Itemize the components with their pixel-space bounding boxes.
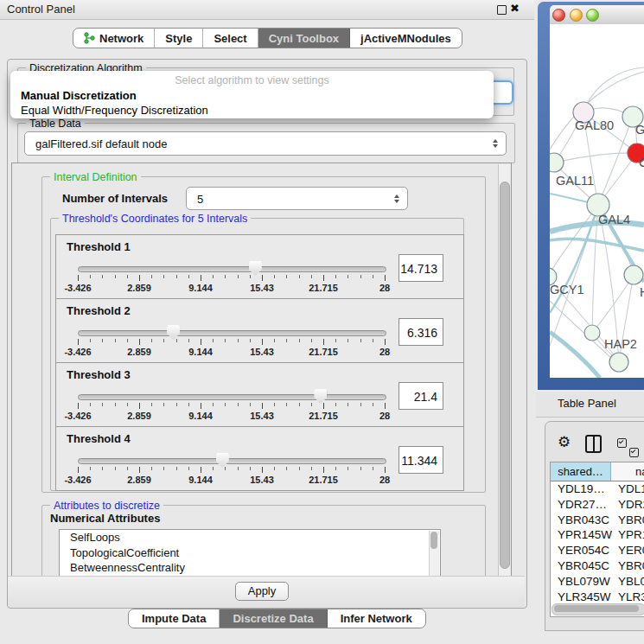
slider-track[interactable] bbox=[78, 394, 386, 400]
cell-name[interactable]: YBR0 bbox=[618, 558, 644, 574]
zoom-traffic-light-icon[interactable] bbox=[586, 9, 599, 22]
threshold-slider[interactable]: -3.4262.8599.14415.4321.71528 bbox=[78, 325, 385, 360]
column-header-name[interactable]: na bbox=[611, 462, 644, 481]
network-window-titlebar[interactable] bbox=[550, 5, 644, 25]
table-row[interactable]: YLR345WYLR3 bbox=[551, 590, 644, 605]
tick-mark bbox=[323, 275, 324, 281]
number-of-intervals-label: Number of Intervals bbox=[62, 192, 168, 205]
cell-shared-name[interactable]: YLR345W bbox=[558, 590, 611, 605]
cell-name[interactable]: YDL1 bbox=[618, 481, 644, 497]
threshold-slider[interactable]: -3.4262.8599.14415.4321.71528 bbox=[78, 389, 385, 424]
numerical-attributes-list[interactable]: SelfLoopsTopologicalCoefficientBetweenne… bbox=[59, 529, 441, 577]
network-node bbox=[584, 325, 600, 341]
scrollbar-thumb[interactable] bbox=[554, 605, 639, 612]
cell-shared-name[interactable]: YDL19… bbox=[558, 481, 605, 497]
cell-name[interactable]: YLR3 bbox=[618, 590, 644, 605]
close-traffic-light-icon[interactable] bbox=[552, 9, 565, 22]
tick-label: 9.144 bbox=[188, 347, 213, 357]
table-row[interactable]: YBL079WYBL0 bbox=[551, 574, 644, 590]
slider-track[interactable] bbox=[78, 266, 386, 272]
cell-shared-name[interactable]: YPR145W bbox=[558, 527, 612, 543]
control-panel-title: Control Panel bbox=[7, 3, 75, 16]
threshold-value-field[interactable]: 11.344 bbox=[399, 446, 443, 474]
network-view-canvas[interactable]: GAL80 G C GAL11 GAL4 GCY1 H HAP2 bbox=[550, 24, 644, 378]
gear-icon[interactable]: ⚙ bbox=[558, 434, 571, 451]
tick-mark bbox=[102, 275, 103, 278]
cell-shared-name[interactable]: YBR045C bbox=[558, 558, 609, 574]
checkbox-icon[interactable] bbox=[617, 438, 627, 448]
float-window-icon[interactable] bbox=[497, 5, 507, 15]
cell-name[interactable]: YPR1 bbox=[618, 527, 644, 543]
tab-impute-data[interactable]: Impute Data bbox=[129, 609, 220, 628]
threshold-value-field[interactable]: 21.4 bbox=[399, 382, 443, 410]
tab-style[interactable]: Style bbox=[155, 29, 203, 48]
threshold-panel-1: Threshold 1 -3.4262.8599.14415.4321.7152… bbox=[55, 234, 464, 299]
algorithm-option-equal-width[interactable]: Equal Width/Frequency Discretization bbox=[21, 104, 208, 117]
scrollbar-thumb[interactable] bbox=[500, 182, 510, 569]
tab-discretize-data[interactable]: Discretize Data bbox=[220, 609, 327, 628]
slider-thumb[interactable] bbox=[314, 389, 327, 404]
slider-thumb[interactable] bbox=[167, 325, 180, 340]
slider-thumb[interactable] bbox=[249, 261, 262, 276]
cell-name[interactable]: YDR2 bbox=[618, 497, 644, 513]
tick-mark bbox=[163, 403, 164, 406]
algorithm-option-manual[interactable]: Manual Discretization bbox=[21, 89, 137, 102]
network-nodes[interactable] bbox=[550, 102, 644, 372]
table-horizontal-scrollbar[interactable] bbox=[552, 603, 644, 615]
table-data-dropdown[interactable]: galFiltered.sif default node bbox=[24, 131, 507, 156]
columns-icon[interactable] bbox=[585, 435, 602, 453]
table-row[interactable]: YBR045CYBR0 bbox=[551, 558, 644, 574]
tick-mark bbox=[139, 403, 140, 409]
cell-shared-name[interactable]: YBL079W bbox=[558, 574, 610, 590]
tab-jactivemnodules[interactable]: jActiveMNodules bbox=[350, 29, 462, 48]
algorithm-placeholder-option[interactable]: Select algorithm to view settings bbox=[10, 74, 494, 86]
cell-shared-name[interactable]: YBR043C bbox=[558, 513, 609, 528]
attribute-item[interactable]: SelfLoops bbox=[60, 530, 440, 545]
threshold-value-field[interactable]: 14.713 bbox=[399, 254, 443, 282]
table-row[interactable]: YPR145WYPR1 bbox=[551, 527, 644, 543]
tick-label: 28 bbox=[379, 283, 390, 293]
cell-shared-name[interactable]: YER054C bbox=[558, 543, 609, 558]
table-row[interactable]: YER054CYER0 bbox=[551, 543, 644, 558]
table-panel-title: Table Panel bbox=[558, 397, 616, 410]
slider-track[interactable] bbox=[78, 330, 386, 336]
tab-select[interactable]: Select bbox=[203, 29, 258, 48]
slider-track[interactable] bbox=[78, 458, 386, 464]
tab-network-label: Network bbox=[99, 32, 143, 45]
threshold-value-field[interactable]: 6.316 bbox=[399, 318, 443, 346]
tab-select-label: Select bbox=[214, 32, 246, 45]
apply-button[interactable]: Apply bbox=[235, 582, 289, 601]
tick-label: 15.43 bbox=[250, 283, 274, 293]
tick-mark bbox=[286, 275, 287, 278]
tab-infer-network[interactable]: Infer Network bbox=[328, 609, 425, 628]
minimize-traffic-light-icon[interactable] bbox=[570, 9, 583, 22]
threshold-slider[interactable]: -3.4262.8599.14415.4321.71528 bbox=[78, 453, 385, 488]
attribute-item[interactable]: TopologicalCoefficient bbox=[60, 545, 440, 561]
threshold-slider[interactable]: -3.4262.8599.14415.4321.71528 bbox=[78, 261, 385, 296]
tab-cyni-toolbox[interactable]: Cyni Toolbox bbox=[258, 29, 350, 48]
tick-label: 21.715 bbox=[309, 283, 338, 293]
close-icon[interactable]: ✖ bbox=[510, 2, 520, 15]
slider-ticks bbox=[78, 339, 385, 346]
cell-shared-name[interactable]: YDR27… bbox=[558, 497, 607, 513]
apply-bar: Apply bbox=[8, 576, 525, 607]
list-scrollbar[interactable] bbox=[429, 531, 439, 576]
cell-name[interactable]: YBL0 bbox=[618, 574, 644, 590]
cell-name[interactable]: YBR0 bbox=[618, 513, 644, 528]
table-row[interactable]: YDL19…YDL1 bbox=[551, 481, 644, 497]
attribute-item[interactable]: BetweennessCentrality bbox=[60, 560, 440, 576]
checkbox-icon[interactable] bbox=[629, 448, 639, 457]
number-of-intervals-dropdown[interactable]: 5 bbox=[186, 187, 408, 210]
tick-mark bbox=[201, 467, 201, 473]
settings-scrollbar[interactable] bbox=[498, 164, 510, 576]
cell-name[interactable]: YER0 bbox=[618, 543, 644, 558]
column-header-shared-name[interactable]: shared… bbox=[551, 462, 611, 481]
table-row[interactable]: YBR043CYBR0 bbox=[551, 513, 644, 528]
slider-thumb[interactable] bbox=[216, 453, 229, 468]
tick-mark bbox=[250, 275, 251, 278]
tick-mark bbox=[311, 403, 312, 406]
table-row[interactable]: YDR27…YDR2 bbox=[551, 497, 644, 513]
tab-network[interactable]: Network bbox=[73, 29, 155, 48]
scrollbar-thumb[interactable] bbox=[430, 532, 437, 549]
tick-mark bbox=[323, 467, 324, 473]
